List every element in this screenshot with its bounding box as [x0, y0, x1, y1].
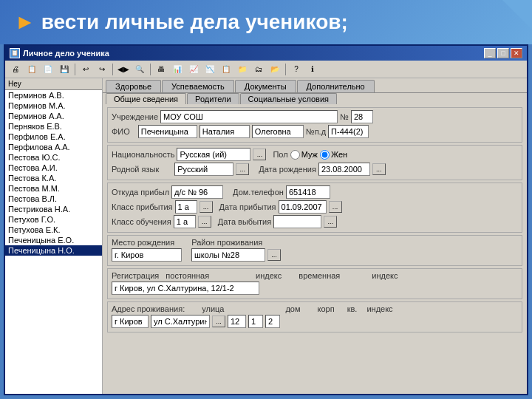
adres-dots-btn[interactable]: ...: [212, 316, 225, 327]
pol-zhen-option[interactable]: Жен: [320, 150, 347, 160]
toolbar-btn-1[interactable]: 🖨: [8, 63, 23, 76]
student-item-10[interactable]: Пестова В.Л.: [5, 194, 102, 204]
main-window: 📋 Личное дело ученика _ □ ✕ 🖨 📋 📄 💾 ↩ ↪ …: [4, 44, 528, 395]
window-icon: 📋: [10, 48, 20, 58]
toolbar-btn-find[interactable]: 🔍: [132, 63, 147, 76]
toolbar-btn-4[interactable]: 💾: [57, 63, 72, 76]
rayon-input[interactable]: [191, 248, 265, 262]
toolbar-btn-nav[interactable]: ◀▶: [116, 63, 131, 76]
toolbar-btn-9[interactable]: 📉: [202, 63, 217, 76]
adres-dom-input[interactable]: [228, 315, 246, 328]
toolbar-btn-7[interactable]: 📊: [170, 63, 185, 76]
tab-zdorovye[interactable]: Здоровье: [106, 80, 161, 92]
window-title: Личное дело ученика: [23, 49, 109, 58]
minimize-button[interactable]: _: [484, 48, 496, 58]
uchrezhdenie-input[interactable]: [160, 110, 338, 123]
adres-gorod-input[interactable]: [112, 315, 149, 328]
toolbar-btn-2[interactable]: 📋: [24, 63, 39, 76]
klass-pribytiya-dots-btn[interactable]: ...: [200, 201, 213, 213]
toolbar-btn-6[interactable]: ↪: [95, 63, 109, 76]
tab-dopolnitelno[interactable]: Дополнительно: [297, 80, 375, 92]
tab-dokumenty[interactable]: Документы: [235, 80, 296, 92]
number-input[interactable]: [351, 110, 373, 123]
dom-telefon-input[interactable]: [286, 185, 330, 199]
toolbar-btn-print2[interactable]: 🖶: [154, 63, 168, 76]
tab-sotsialnye-usloviya[interactable]: Социальные условия: [240, 93, 337, 104]
data-vybytiya-dots-btn[interactable]: ...: [324, 216, 337, 228]
rodnoy-yazyk-input[interactable]: [174, 163, 233, 176]
data-rozhdeniya-input[interactable]: [318, 163, 370, 176]
toolbar-btn-13[interactable]: 📂: [267, 63, 282, 76]
number-label: №: [340, 112, 349, 121]
student-item-6[interactable]: Пестова Ю.С.: [5, 152, 102, 163]
pol-zhen-label: Жен: [331, 150, 347, 159]
otkuda-label: Откуда прибыл: [112, 188, 169, 197]
toolbar-btn-11[interactable]: 📁: [235, 63, 250, 76]
student-item-5[interactable]: Перфилова А.А.: [5, 142, 102, 152]
pol-muz-radio[interactable]: [290, 150, 300, 160]
student-item-15[interactable]: Печеницына Н.О.: [5, 245, 102, 256]
data-rozhdeniya-label: Дата рождения: [259, 165, 316, 174]
pol-label: Пол: [273, 150, 287, 159]
klass-obucheniya-input[interactable]: [174, 215, 196, 228]
fio-last-input[interactable]: [138, 125, 197, 138]
pol-muz-option[interactable]: Муж: [290, 150, 318, 160]
pol-zhen-radio[interactable]: [320, 150, 330, 160]
adres-ulitsa-input[interactable]: [151, 315, 210, 328]
adres-values-row: ...: [112, 315, 518, 328]
toolbar-btn-5[interactable]: ↩: [78, 63, 93, 76]
data-pribytiya-dots-btn[interactable]: ...: [329, 201, 342, 213]
student-item-0[interactable]: Перминов А.В.: [5, 90, 102, 100]
registratsiya-indeks2-label: индекс: [372, 271, 398, 280]
registratsiya-postoyannaya-label: постоянная: [166, 271, 209, 280]
mesto-row: Место рождения Район проживания: [112, 238, 518, 247]
student-item-7[interactable]: Пестова А.И.: [5, 163, 102, 173]
adres-kv-label: кв.: [347, 304, 358, 313]
student-item-3[interactable]: Перняков Е.В.: [5, 121, 102, 132]
toolbar-btn-12[interactable]: 🗂: [251, 63, 266, 76]
student-item-14[interactable]: Печеницына Е.О.: [5, 235, 102, 245]
title-bar-buttons: _ □ ✕: [484, 48, 522, 58]
student-item-2[interactable]: Перминов А.А.: [5, 111, 102, 121]
tab-uspevaemost[interactable]: Успеваемость: [162, 80, 234, 92]
natsionalnost-dots-btn[interactable]: ...: [253, 149, 266, 160]
rayon-dots-btn[interactable]: ...: [267, 249, 281, 261]
adres-korp-input[interactable]: [248, 315, 263, 328]
student-item-1[interactable]: Перминов М.А.: [5, 100, 102, 111]
toolbar-btn-help[interactable]: ?: [289, 63, 304, 76]
student-item-8[interactable]: Пестова К.А.: [5, 173, 102, 183]
student-item-4[interactable]: Перфилов Е.А.: [5, 132, 102, 142]
natsionalnost-input[interactable]: [177, 148, 250, 161]
tab-roditeli[interactable]: Родители: [187, 93, 239, 104]
student-item-12[interactable]: Петухов Г.О.: [5, 214, 102, 225]
student-item-13[interactable]: Петухова Е.К.: [5, 225, 102, 235]
adres-kv-input[interactable]: [265, 315, 280, 328]
toolbar-btn-8[interactable]: 📈: [186, 63, 201, 76]
natsionalnost-label: Национальность: [112, 150, 174, 159]
fio-row: ФИО №п.д: [112, 125, 518, 138]
fio-patronymic-input[interactable]: [252, 125, 304, 138]
mesto-input[interactable]: [112, 248, 182, 262]
toolbar-btn-10[interactable]: 📋: [219, 63, 233, 76]
klass-pribytiya-input[interactable]: [175, 200, 197, 214]
registratsiya-adres-input[interactable]: [112, 282, 259, 295]
tab-obshchie-svedeniya[interactable]: Общие сведения: [106, 93, 186, 104]
data-vybytiya-input[interactable]: [273, 215, 321, 228]
nomer-pd-input[interactable]: [328, 125, 369, 138]
toolbar-btn-3[interactable]: 📄: [41, 63, 55, 76]
fio-first-input[interactable]: [200, 125, 250, 138]
data-rozhdeniya-dots-btn[interactable]: ...: [372, 163, 386, 175]
otkuda-input[interactable]: [171, 185, 223, 199]
toolbar-btn-info[interactable]: ℹ: [305, 63, 320, 76]
close-button[interactable]: ✕: [511, 48, 522, 58]
student-item-9[interactable]: Пестова М.М.: [5, 183, 102, 194]
klass-pribytiya-row: Класс прибытия ... Дата прибытия ...: [112, 200, 518, 214]
klass-obucheniya-dots-btn[interactable]: ...: [198, 216, 211, 228]
data-pribytiya-input[interactable]: [279, 200, 327, 214]
maximize-button[interactable]: □: [497, 48, 509, 58]
adres-section: Адрес проживания: улица дом корп кв. инд…: [107, 301, 522, 332]
student-item-11[interactable]: Пестрикова Н.А.: [5, 204, 102, 214]
adres-label: Адрес проживания:: [112, 304, 185, 313]
student-list-container[interactable]: Перминов А.В. Перминов М.А. Перминов А.А…: [5, 90, 102, 394]
rodnoy-yazyk-dots-btn[interactable]: ...: [236, 163, 249, 175]
